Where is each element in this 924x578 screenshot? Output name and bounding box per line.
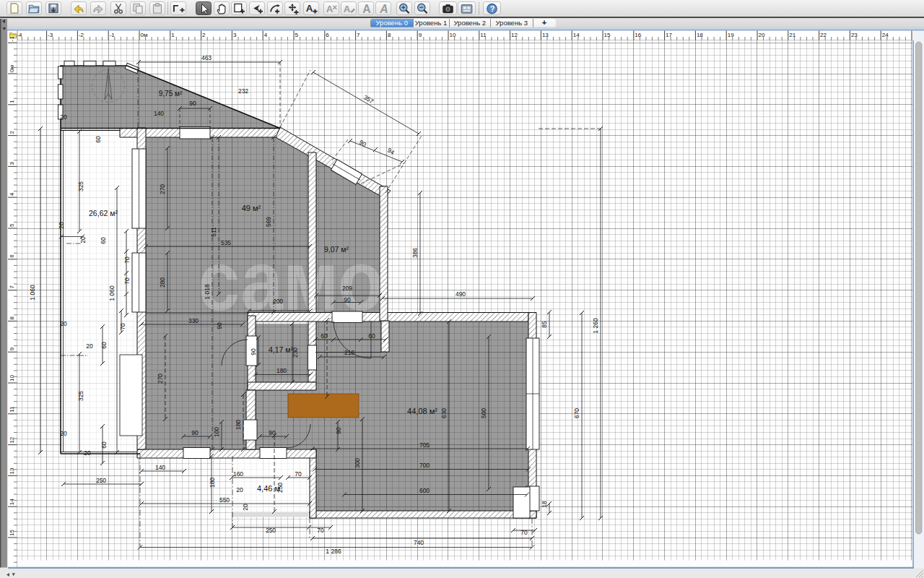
svg-text:140: 140	[154, 110, 164, 117]
svg-text:7: 7	[357, 32, 360, 38]
svg-text:70: 70	[119, 323, 126, 330]
svg-text:1 286: 1 286	[326, 548, 341, 555]
svg-text:90: 90	[269, 429, 276, 436]
svg-text:4: 4	[264, 32, 268, 38]
svg-text:2: 2	[202, 32, 206, 38]
svg-text:20: 20	[60, 113, 67, 121]
svg-text:569: 569	[265, 217, 272, 227]
svg-text:60: 60	[100, 441, 108, 449]
svg-text:A: A	[326, 4, 334, 14]
svg-text:12: 12	[511, 32, 518, 38]
svg-text:23: 23	[851, 32, 858, 38]
svg-text:90: 90	[344, 296, 351, 303]
svg-text:8: 8	[9, 316, 15, 319]
svg-text:1: 1	[9, 100, 15, 103]
svg-text:15: 15	[604, 32, 611, 38]
svg-text:49 м²: 49 м²	[242, 204, 261, 212]
svg-text:15: 15	[9, 530, 15, 536]
svg-text:8: 8	[388, 32, 391, 38]
svg-text:270: 270	[157, 374, 164, 384]
svg-text:5: 5	[9, 223, 15, 227]
svg-text:10: 10	[9, 375, 15, 381]
svg-text:-1: -1	[110, 32, 116, 38]
svg-text:6: 6	[326, 32, 329, 38]
svg-text:160: 160	[233, 470, 243, 478]
svg-text:386: 386	[411, 248, 419, 258]
svg-text:600: 600	[419, 487, 430, 494]
svg-text:670: 670	[573, 408, 580, 418]
svg-text:60: 60	[321, 332, 328, 340]
svg-text:13: 13	[542, 32, 549, 38]
svg-text:209: 209	[342, 285, 352, 292]
svg-text:550: 550	[219, 496, 230, 504]
svg-text:705: 705	[419, 441, 430, 449]
svg-text:7: 7	[9, 285, 15, 289]
svg-text:20: 20	[84, 449, 91, 457]
svg-text:535: 535	[221, 239, 231, 246]
svg-text:70: 70	[123, 256, 131, 264]
svg-text:250: 250	[96, 477, 106, 484]
svg-text:4: 4	[9, 192, 15, 196]
svg-text:280: 280	[159, 277, 166, 288]
svg-text:14: 14	[9, 499, 15, 505]
svg-text:A: A	[344, 4, 351, 14]
svg-text:1: 1	[171, 32, 175, 38]
svg-text:20: 20	[60, 320, 67, 327]
svg-text:90: 90	[191, 429, 199, 436]
svg-text:11: 11	[480, 32, 487, 38]
svg-text:0м: 0м	[141, 32, 148, 38]
svg-text:9,75 м²: 9,75 м²	[159, 90, 183, 98]
svg-text:232: 232	[238, 87, 248, 95]
svg-text:20: 20	[242, 504, 249, 511]
svg-text:19: 19	[728, 32, 734, 38]
svg-text:26,62 м²: 26,62 м²	[89, 209, 118, 217]
svg-text:18: 18	[697, 32, 703, 38]
svg-text:300: 300	[354, 458, 361, 468]
svg-text:11: 11	[9, 406, 15, 413]
svg-text:60: 60	[95, 136, 102, 143]
svg-text:230: 230	[292, 348, 299, 358]
svg-text:325: 325	[77, 391, 84, 401]
svg-text:20: 20	[86, 342, 93, 350]
svg-text:511: 511	[210, 227, 217, 237]
svg-text:5: 5	[295, 32, 299, 38]
svg-text:70: 70	[520, 529, 528, 536]
svg-text:3: 3	[9, 161, 15, 165]
svg-text:44,08 м²: 44,08 м²	[407, 407, 437, 415]
svg-text:740: 740	[414, 539, 424, 546]
svg-text:13: 13	[9, 467, 15, 474]
svg-text:630: 630	[440, 408, 448, 418]
svg-text:270: 270	[159, 184, 166, 194]
svg-text:1 060: 1 060	[29, 285, 36, 301]
svg-text:20: 20	[236, 486, 243, 493]
svg-text:?: ?	[490, 4, 495, 13]
svg-text:A: A	[306, 3, 313, 14]
svg-text:16: 16	[635, 32, 641, 38]
svg-text:20: 20	[759, 32, 765, 38]
svg-text:330: 330	[188, 317, 199, 324]
svg-text:-2: -2	[79, 32, 84, 38]
svg-text:500: 500	[480, 408, 487, 418]
svg-text:90: 90	[216, 322, 223, 329]
svg-text:17: 17	[666, 32, 672, 38]
svg-text:10: 10	[450, 32, 456, 38]
svg-text:140: 140	[155, 464, 165, 471]
svg-text:14: 14	[573, 32, 580, 38]
svg-text:700: 700	[419, 462, 430, 469]
svg-text:60: 60	[100, 237, 107, 244]
svg-text:60: 60	[100, 342, 108, 349]
svg-text:3: 3	[233, 32, 237, 38]
svg-text:180: 180	[209, 478, 216, 488]
svg-text:20: 20	[58, 222, 65, 229]
svg-text:6: 6	[9, 254, 15, 258]
svg-text:60: 60	[368, 332, 375, 340]
svg-text:-3: -3	[48, 32, 53, 38]
svg-text:180: 180	[235, 420, 242, 430]
svg-text:18: 18	[541, 501, 548, 508]
svg-text:0м: 0м	[9, 65, 15, 72]
svg-text:490: 490	[456, 290, 466, 298]
svg-text:325: 325	[77, 181, 84, 191]
svg-text:70: 70	[317, 527, 324, 534]
svg-text:1 018: 1 018	[204, 284, 211, 300]
svg-text:A: A	[362, 3, 370, 14]
